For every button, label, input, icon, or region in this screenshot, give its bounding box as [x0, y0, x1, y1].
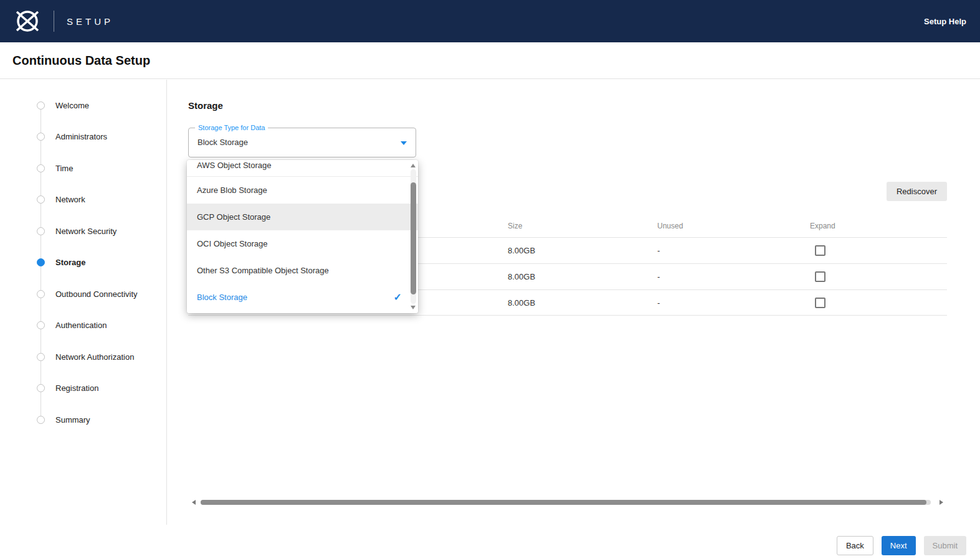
- sidebar-item-summary[interactable]: Summary: [0, 404, 166, 436]
- step-label: Summary: [55, 415, 90, 425]
- step-dot: [37, 227, 45, 235]
- step-label: Welcome: [55, 101, 89, 110]
- menu-item-block-storage[interactable]: Block Storage ✓: [187, 284, 418, 311]
- setup-help-link[interactable]: Setup Help: [924, 17, 966, 26]
- column-header-expand: Expand: [810, 222, 947, 230]
- expand-checkbox[interactable]: [815, 271, 825, 282]
- scroll-down-icon[interactable]: [411, 306, 416, 309]
- column-header-size: Size: [508, 222, 657, 230]
- menu-item-other-s3-compatible[interactable]: Other S3 Compatible Object Storage: [187, 257, 418, 284]
- menu-scrollbar-thumb[interactable]: [411, 182, 416, 294]
- column-header-unused: Unused: [657, 222, 810, 230]
- unused-cell: -: [657, 272, 810, 281]
- step-dot-active: [37, 258, 45, 266]
- step-dot: [37, 164, 45, 172]
- step-label: Storage: [55, 258, 85, 267]
- brand-divider: [54, 11, 54, 32]
- next-button[interactable]: Next: [882, 536, 916, 555]
- step-label: Network: [55, 195, 85, 204]
- step-dot: [37, 416, 45, 424]
- brand-text: SETUP: [67, 16, 113, 27]
- sidebar-item-welcome[interactable]: Welcome: [0, 90, 166, 121]
- expand-checkbox[interactable]: [815, 298, 825, 308]
- size-cell: 8.00GB: [508, 246, 657, 255]
- storage-type-select[interactable]: Storage Type for Data Block Storage: [188, 128, 416, 157]
- expand-cell: [810, 271, 947, 282]
- sidebar-item-authentication[interactable]: Authentication: [0, 310, 166, 342]
- horizontal-scrollbar: [188, 498, 947, 507]
- sidebar-item-network-authorization[interactable]: Network Authorization: [0, 341, 166, 373]
- size-cell: 8.00GB: [508, 272, 657, 281]
- step-label: Registration: [55, 383, 98, 393]
- step-dot: [37, 133, 45, 141]
- menu-item-gcp-object-storage[interactable]: GCP Object Storage: [187, 204, 418, 230]
- step-dot: [37, 290, 45, 298]
- step-dot: [37, 101, 45, 110]
- storage-type-dropdown-menu: AWS Object Storage Azure Blob Storage GC…: [187, 160, 418, 313]
- sidebar-item-network[interactable]: Network: [0, 184, 166, 216]
- step-dot: [37, 384, 45, 392]
- storage-type-select-value: Block Storage: [197, 128, 248, 157]
- sidebar-item-network-security[interactable]: Network Security: [0, 215, 166, 247]
- step-label: Authentication: [55, 321, 107, 330]
- rediscover-button[interactable]: Rediscover: [887, 182, 947, 201]
- scrollbar-thumb[interactable]: [201, 500, 926, 505]
- sidebar-item-outbound-connectivity[interactable]: Outbound Connectivity: [0, 278, 166, 310]
- scroll-right-icon[interactable]: [940, 500, 943, 505]
- sidebar: Welcome Administrators Time Network Netw…: [0, 80, 167, 525]
- storage-section-title: Storage: [188, 100, 223, 111]
- expand-checkbox[interactable]: [815, 245, 825, 256]
- scroll-up-icon[interactable]: [411, 164, 416, 167]
- step-label: Network Authorization: [55, 352, 134, 362]
- menu-item-aws-object-storage[interactable]: AWS Object Storage: [187, 160, 418, 177]
- scroll-left-icon[interactable]: [192, 500, 196, 505]
- setup-stepper: Welcome Administrators Time Network Netw…: [0, 80, 166, 436]
- topbar: SETUP Setup Help: [0, 0, 980, 42]
- chevron-down-icon: [401, 141, 407, 145]
- sidebar-item-time[interactable]: Time: [0, 153, 166, 184]
- unused-cell: -: [657, 246, 810, 255]
- submit-button[interactable]: Submit: [924, 536, 966, 555]
- expand-cell: [810, 245, 947, 256]
- footer-actions: Back Next Submit: [837, 536, 966, 555]
- sidebar-item-storage[interactable]: Storage: [0, 247, 166, 279]
- page-header: Continuous Data Setup: [0, 42, 980, 79]
- menu-item-label: Block Storage: [197, 293, 247, 302]
- sidebar-item-administrators[interactable]: Administrators: [0, 121, 166, 153]
- step-dot: [37, 353, 45, 361]
- back-button[interactable]: Back: [837, 536, 873, 555]
- delphix-logo-icon: [11, 6, 44, 36]
- unused-cell: -: [657, 298, 810, 308]
- expand-cell: [810, 298, 947, 308]
- check-icon: ✓: [394, 291, 402, 303]
- size-cell: 8.00GB: [508, 298, 657, 308]
- step-label: Administrators: [55, 132, 107, 141]
- page-title: Continuous Data Setup: [12, 54, 150, 68]
- sidebar-item-registration[interactable]: Registration: [0, 373, 166, 405]
- step-dot: [37, 321, 45, 329]
- step-label: Outbound Connectivity: [55, 289, 138, 299]
- menu-item-oci-object-storage[interactable]: OCI Object Storage: [187, 230, 418, 257]
- step-label: Network Security: [55, 227, 117, 236]
- step-label: Time: [55, 164, 73, 173]
- menu-item-azure-blob-storage[interactable]: Azure Blob Storage: [187, 177, 418, 204]
- step-dot: [37, 195, 45, 204]
